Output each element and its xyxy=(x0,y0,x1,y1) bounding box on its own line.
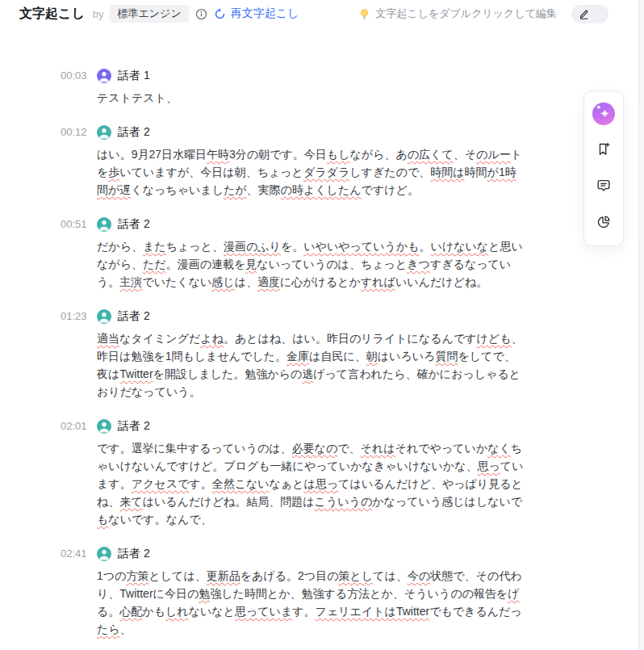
flagged-text-segment: 主演 xyxy=(119,275,142,288)
pie-chart-icon xyxy=(596,214,612,233)
transcript-entry: 00:03 話者 1 テストテスト、 xyxy=(61,68,638,107)
transcript-text[interactable]: 1つの方策としては、更新品をあげる。2つ目の策としては、今の状態で、その代わり、… xyxy=(97,567,525,638)
speaker-name[interactable]: 話者 2 xyxy=(118,547,150,561)
entry-body: 話者 2 です。選挙に集中するっていうのは、必要なので、それはそれでやっていかな… xyxy=(97,418,525,528)
flagged-text-segment: もし xyxy=(327,148,350,161)
timestamp[interactable]: 02:01 xyxy=(61,418,97,528)
flagged-text-segment: 勉 xyxy=(199,587,210,600)
comment-icon xyxy=(596,178,612,196)
flagged-text-segment: げ xyxy=(508,587,519,600)
transcript-entry: 02:41 話者 2 1つの方策としては、更新品をあげる。2つ目の策としては、今… xyxy=(61,546,638,638)
bookmark-add-button[interactable] xyxy=(592,139,615,161)
text-segment: かも xyxy=(142,605,165,618)
flagged-text-segment: 来て xyxy=(119,495,142,508)
flagged-text-segment: 午時 xyxy=(207,148,229,161)
ai-sparkle-icon: ✦✦ xyxy=(592,103,615,125)
text-segment: ないです。なんで、 xyxy=(108,513,211,526)
flagged-text-segment: 金庫 xyxy=(286,350,309,363)
transcript-text[interactable]: 適当なタイミングだよね。あとはね、はい。昨日のリライトになるんですけども、昨日は… xyxy=(97,329,525,400)
text-segment: でもできるんだっ xyxy=(429,605,522,618)
text-segment: でいたくない xyxy=(142,275,211,288)
text-segment: 。漫画の連載を xyxy=(166,258,246,270)
flagged-text-segment: ただ xyxy=(143,258,166,270)
flagged-text-segment: また xyxy=(143,240,166,253)
flagged-text-segment: 逃 xyxy=(302,367,313,380)
speaker-avatar-icon xyxy=(97,217,111,232)
flagged-text-segment: 全然こない xyxy=(212,477,270,490)
flagged-text-segment: フェリエイトはTwitter xyxy=(316,605,430,618)
scrollbar-track[interactable] xyxy=(638,0,644,650)
flagged-text-segment: 思っ xyxy=(478,459,500,472)
comment-button[interactable] xyxy=(592,175,615,198)
text-segment: に心がけるとか xyxy=(280,275,361,288)
flagged-text-segment: こういうの xyxy=(315,495,373,508)
timestamp[interactable]: 01:23 xyxy=(61,308,97,400)
text-segment: る。 xyxy=(97,605,119,618)
page-title: 文字起こし xyxy=(19,6,85,23)
flagged-text-segment: けども xyxy=(477,332,512,345)
flagged-text-segment: すれば xyxy=(361,275,395,288)
text-segment: で、 xyxy=(337,442,360,455)
retranscribe-link[interactable]: 再文字起こし xyxy=(231,6,299,21)
text-segment: です。選挙に集中するっていうのは、 xyxy=(97,442,292,455)
speaker-name[interactable]: 話者 2 xyxy=(118,217,150,232)
text-segment: ないっていうのは、ちょっと xyxy=(257,258,407,270)
flagged-text-segment: ダラダラ xyxy=(303,166,349,178)
speaker-name[interactable]: 話者 2 xyxy=(118,309,150,324)
flagged-text-segment: 必要なの xyxy=(292,442,338,455)
flagged-text-segment: それは xyxy=(361,442,395,455)
speaker-name[interactable]: 話者 2 xyxy=(118,419,150,434)
transcript-entry: 00:51 話者 2 だから、またちょっと、漫画のふりを。いやいやっていうかも。… xyxy=(61,216,638,291)
header-right: 文字起こしをダブルクリックして編集 xyxy=(358,5,608,23)
text-segment: す。 xyxy=(292,605,315,618)
text-segment: は自民に、 xyxy=(309,350,366,363)
speaker-row: 話者 2 xyxy=(97,308,525,325)
flagged-text-segment: 更新品 xyxy=(207,569,240,582)
timestamp[interactable]: 00:03 xyxy=(61,68,97,107)
flagged-text-segment: 朝 xyxy=(366,350,378,363)
text-segment: 1つの xyxy=(97,569,126,582)
speaker-avatar-icon xyxy=(97,309,111,324)
text-segment: 、 xyxy=(120,623,132,635)
speaker-name[interactable]: 話者 2 xyxy=(118,125,150,140)
text-segment: 時間 xyxy=(465,166,487,178)
timestamp[interactable]: 00:12 xyxy=(61,124,97,199)
text-segment: しすぎたので、 xyxy=(349,166,430,178)
info-icon[interactable] xyxy=(195,8,207,20)
flagged-text-segment: の時よくしたん xyxy=(281,183,362,196)
transcript-text[interactable]: はい。9月27日水曜日午時3分の朝です。今日もしながら、あの広くて、そのルートを… xyxy=(97,145,525,199)
redo-icon[interactable] xyxy=(214,8,226,20)
flagged-text-segment: 感じ xyxy=(211,275,234,288)
flagged-text-segment: たら xyxy=(97,623,120,635)
edit-tip: 文字起こしをダブルクリックして編集 xyxy=(375,6,557,21)
flagged-text-segment: 方策 xyxy=(126,569,148,582)
pie-chart-button[interactable] xyxy=(592,212,615,234)
ai-summary-button[interactable]: ✦✦ xyxy=(592,103,615,125)
speaker-name[interactable]: 話者 1 xyxy=(118,69,150,83)
timestamp[interactable]: 00:51 xyxy=(61,216,97,291)
text-segment: 。あとはね、はい。昨日のリライトになるんです xyxy=(224,332,477,345)
entry-body: 話者 2 だから、またちょっと、漫画のふりを。いやいやっていうかも。いけないなと… xyxy=(97,216,525,291)
text-segment: は、 xyxy=(235,275,257,288)
text-segment: す。 xyxy=(189,477,211,490)
transcript-text[interactable]: テストテスト、 xyxy=(97,89,525,107)
speaker-avatar-icon xyxy=(97,125,111,140)
text-segment: 、そ xyxy=(454,148,476,161)
flagged-text-segment: しれ xyxy=(165,605,189,618)
speaker-row: 話者 2 xyxy=(97,216,525,233)
timestamp[interactable]: 02:41 xyxy=(61,546,97,638)
pencil-icon xyxy=(579,9,589,19)
text-segment: ないなと xyxy=(189,605,235,618)
text-segment: をあげる。2つ目の xyxy=(240,569,339,582)
edit-toggle[interactable] xyxy=(571,5,608,23)
text-segment: なぁと xyxy=(270,477,304,490)
by-label: by xyxy=(93,8,104,20)
floating-toolbar: ✦✦ xyxy=(583,90,624,246)
text-segment: ては、 xyxy=(373,569,408,582)
flagged-text-segment: 漫画のふり xyxy=(224,240,281,253)
transcript-text[interactable]: だから、またちょっと、漫画のふりを。いやいやっていうかも。いけないなと思いながら… xyxy=(97,237,525,291)
flagged-text-segment: のルー xyxy=(476,148,511,161)
flagged-text-segment: なく xyxy=(487,442,511,455)
text-segment: ちょっと、 xyxy=(166,240,224,253)
transcript-text[interactable]: です。選挙に集中するっていうのは、必要なので、それはそれでやっていかなくちゃいけ… xyxy=(97,439,525,528)
